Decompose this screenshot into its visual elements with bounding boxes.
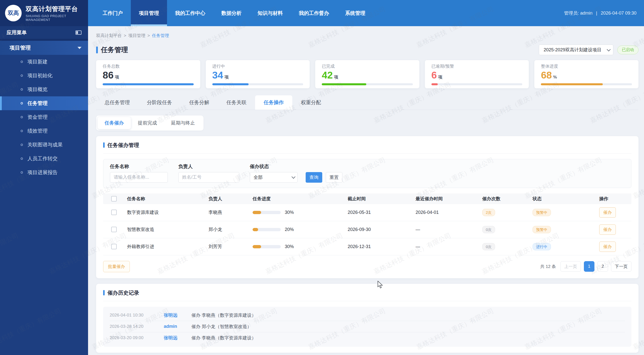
next-page-button[interactable]: 下一页 <box>611 261 631 272</box>
row-checkbox[interactable] <box>111 227 117 232</box>
tab-任务关联[interactable]: 任务关联 <box>218 95 255 110</box>
top-nav-item-数据分析[interactable]: 数据分析 <box>213 0 250 26</box>
tab-总任务管理[interactable]: 总任务管理 <box>96 95 138 110</box>
pagination: 共 12 条 上一页 12 下一页 <box>540 261 631 272</box>
search-button[interactable]: 查询 <box>306 172 322 183</box>
col-last-urged: 最近催办时间 <box>416 196 482 202</box>
subtab-任务催办[interactable]: 任务催办 <box>98 117 131 129</box>
stat-card: 已完成 42 项 <box>315 60 419 88</box>
task-name-input[interactable] <box>110 172 168 183</box>
batch-urge-button[interactable]: 批量催办 <box>103 261 130 272</box>
task-name-cell: 数字资源库建设 <box>127 209 209 215</box>
sidebar-item-label: 任务管理 <box>27 100 48 107</box>
top-nav-item-项目管理[interactable]: 项目管理 <box>131 0 167 26</box>
breadcrumb-current: 任务管理 <box>152 33 169 38</box>
row-checkbox[interactable] <box>111 210 117 215</box>
app-title: 双高计划管理平台 <box>26 5 83 13</box>
stat-progress-track <box>212 83 303 85</box>
page-button-1[interactable]: 1 <box>584 261 594 272</box>
page-header-row: 任务管理 2025-2029双高计划建设项目 已启动 <box>96 45 638 55</box>
col-actions: 操作 <box>599 196 631 202</box>
sidebar-item-资金管理[interactable]: 资金管理 <box>0 110 88 124</box>
breadcrumb-root[interactable]: 双高计划平台 <box>96 33 122 38</box>
tab-任务分解[interactable]: 任务分解 <box>181 95 218 110</box>
stat-value: 34 <box>212 70 223 81</box>
top-nav-item-label: 数据分析 <box>221 10 242 17</box>
breadcrumb-parent[interactable]: 项目管理 <box>128 33 145 38</box>
table-footer: 批量催办 共 12 条 上一页 12 下一页 <box>103 261 631 272</box>
section-accent-bar <box>103 290 105 295</box>
history-user[interactable]: 张明远 <box>164 312 191 318</box>
user-info: 管理员: admin | 2026-04-07 09:30 <box>564 10 636 16</box>
row-progress-fill <box>253 245 261 248</box>
project-select[interactable]: 2025-2029双高计划建设项目 <box>539 45 613 55</box>
history-action: 催办 郑小龙（智慧教室改造） <box>191 324 625 330</box>
urge-count-badge: 0次 <box>482 226 495 233</box>
breadcrumb: 双高计划平台>项目管理>任务管理 <box>96 33 638 38</box>
stat-unit: 项 <box>334 74 338 80</box>
subtabs-container: 任务催办提前完成延期与终止 <box>96 115 204 131</box>
sidebar-item-label: 绩效管理 <box>27 128 48 134</box>
urge-button[interactable]: 催办 <box>599 224 616 235</box>
progress-cell: 20% <box>253 227 348 232</box>
stat-progress-fill <box>541 83 603 85</box>
history-user[interactable]: 张明远 <box>164 335 191 341</box>
history-row: 2026-04-01 10:30 张明远 催办 李晓燕（数字资源库建设） <box>110 310 625 321</box>
sidebar-item-项目新建[interactable]: 项目新建 <box>0 55 88 69</box>
sidebar-item-label: 资金管理 <box>27 114 48 121</box>
tab-任务操作[interactable]: 任务操作 <box>255 95 292 110</box>
chevron-down-icon <box>292 175 296 179</box>
stat-progress-track <box>541 83 632 85</box>
pagination-total: 共 12 条 <box>540 264 556 269</box>
subtab-提前完成[interactable]: 提前完成 <box>131 117 164 129</box>
col-urge-count: 催办次数 <box>482 196 533 202</box>
prev-page-button[interactable]: 上一页 <box>560 261 581 272</box>
row-checkbox[interactable] <box>111 244 117 249</box>
sidebar: 双高 双高计划管理平台 SHUANG GAO PROJECT MANAGEMEN… <box>0 0 88 355</box>
bullet-icon <box>21 144 23 146</box>
stat-value: 68 <box>541 70 552 81</box>
sidebar-group-project-management[interactable]: 项目管理 <box>0 41 88 55</box>
sidebar-item-label: 关联图谱与成果 <box>27 141 63 148</box>
urge-button[interactable]: 催办 <box>599 242 616 252</box>
sidebar-item-人员工作转交[interactable]: 人员工作转交 <box>0 152 88 166</box>
status-badge: 进行中 <box>533 243 551 250</box>
stat-unit: % <box>553 75 557 80</box>
tab-分阶段任务[interactable]: 分阶段任务 <box>138 95 181 110</box>
sidebar-item-绩效管理[interactable]: 绩效管理 <box>0 124 88 138</box>
row-progress-track <box>253 211 281 214</box>
top-nav-item-知识与材料[interactable]: 知识与材料 <box>250 0 291 26</box>
urge-count-badge: 2次 <box>482 209 495 216</box>
progress-text: 30% <box>285 244 294 249</box>
top-nav-item-我的工作中心[interactable]: 我的工作中心 <box>167 0 213 26</box>
top-nav-item-系统管理[interactable]: 系统管理 <box>337 0 373 26</box>
sidebar-item-项目概览[interactable]: 项目概览 <box>0 83 88 96</box>
select-all-checkbox[interactable] <box>111 196 117 202</box>
stat-card: 已逾期/预警 6 项 <box>425 60 529 88</box>
page-button-2[interactable]: 2 <box>597 261 608 272</box>
reset-button[interactable]: 重置 <box>326 172 342 183</box>
top-nav-item-我的工作督办[interactable]: 我的工作督办 <box>291 0 337 26</box>
sidebar-item-任务管理[interactable]: 任务管理 <box>0 96 88 110</box>
sidebar-item-label: 项目初始化 <box>27 72 53 79</box>
col-progress: 任务进度 <box>253 196 348 202</box>
sidebar-group-label: 项目管理 <box>10 44 31 51</box>
row-progress-track <box>253 228 281 231</box>
table-row: 智慧教室改造 郑小龙 20% 2026-09-30 — 0次 预警中 催办 <box>103 221 631 238</box>
collapse-sidebar-icon[interactable] <box>75 30 82 35</box>
sidebar-item-项目初始化[interactable]: 项目初始化 <box>0 69 88 83</box>
urge-section-title: 任务催办管理 <box>107 142 139 149</box>
urge-button[interactable]: 催办 <box>599 207 616 218</box>
tab-权重分配[interactable]: 权重分配 <box>292 95 330 110</box>
sidebar-item-关联图谱与成果[interactable]: 关联图谱与成果 <box>0 138 88 152</box>
bullet-icon <box>21 171 23 174</box>
sidebar-item-项目进展报告[interactable]: 项目进展报告 <box>0 166 88 179</box>
urge-status-select[interactable]: 全部 <box>250 172 298 183</box>
owner-input[interactable] <box>178 172 239 183</box>
table-header-row: 任务名称 负责人 任务进度 截止时间 最近催办时间 催办次数 状态 操作 <box>103 193 631 204</box>
subtab-延期与终止[interactable]: 延期与终止 <box>164 117 202 129</box>
top-nav-item-label: 工作门户 <box>103 10 123 17</box>
stat-label: 已逾期/预警 <box>431 63 522 69</box>
top-nav-item-工作门户[interactable]: 工作门户 <box>95 0 131 26</box>
history-user[interactable]: admin <box>164 324 191 329</box>
